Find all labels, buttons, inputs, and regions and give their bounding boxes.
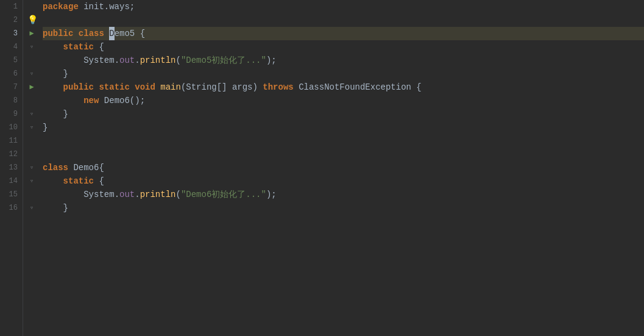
code-line-10: }: [43, 121, 644, 134]
line-num-2: 2: [5, 13, 18, 27]
indent-5: [43, 54, 83, 67]
indent-14: [43, 174, 63, 188]
code-line-12: [43, 148, 644, 161]
code-line-8: new Demo6();: [43, 94, 644, 107]
gutter-15: [23, 188, 40, 201]
space-3b: [104, 27, 109, 40]
line-num-16: 16: [5, 201, 18, 215]
gutter-3[interactable]: ▶: [23, 27, 40, 40]
indent-9: [43, 107, 63, 121]
indent-4: [43, 40, 63, 54]
code-text-4: {: [94, 40, 104, 54]
keyword-static-7: static: [99, 80, 129, 94]
paren-5a: (: [175, 54, 180, 67]
line-num-1: 1: [5, 0, 18, 13]
paren-15b: );: [266, 188, 277, 201]
keyword-public-7: public: [63, 80, 94, 94]
fold-icon-4[interactable]: ▿: [30, 40, 34, 54]
keyword-void-7: void: [135, 80, 155, 94]
fold-icon-16[interactable]: ▿: [30, 201, 34, 215]
gutter-5: [23, 54, 40, 67]
system-15: System.: [83, 188, 119, 201]
code-content[interactable]: package init.ways; public class D emo5 {…: [40, 0, 644, 336]
fold-icon-6[interactable]: ▿: [30, 67, 34, 80]
keyword-static-4: static: [63, 40, 94, 54]
classname-13: Demo6{: [68, 161, 104, 174]
code-line-9: }: [43, 107, 644, 121]
code-line-6: }: [43, 67, 644, 80]
fold-icon-13[interactable]: ▿: [30, 161, 34, 174]
fold-icon-9[interactable]: ▿: [30, 107, 34, 121]
line-numbers: 1 2 3 4 5 6 7 8 9 10 11 12 13 14 15 16: [0, 0, 23, 336]
line-num-3: 3: [5, 27, 18, 40]
space-3a: [73, 27, 78, 40]
gutter-7[interactable]: ▶: [23, 80, 40, 94]
gutter-12: [23, 148, 40, 161]
line-num-15: 15: [5, 188, 18, 201]
line-num-7: 7: [5, 80, 18, 94]
fold-icon-14[interactable]: ▿: [30, 174, 34, 188]
code-area: 1 2 3 4 5 6 7 8 9 10 11 12 13 14 15 16 💡…: [0, 0, 644, 336]
keyword-class-3: class: [79, 27, 104, 40]
code-line-4: static {: [43, 40, 644, 54]
keyword-throws: throws: [263, 80, 293, 94]
line-num-12: 12: [5, 148, 18, 161]
indent-6: [43, 67, 63, 80]
method-main: main: [160, 80, 181, 94]
string-5: "Demo5初始化了...": [181, 54, 266, 67]
gutter-11: [23, 134, 40, 148]
keyword-package: package: [43, 0, 79, 13]
out-5: out: [119, 54, 135, 67]
gutter-14: ▿: [23, 174, 40, 188]
gutter-1: [23, 0, 40, 13]
line-num-9: 9: [5, 107, 18, 121]
code-line-16: }: [43, 201, 644, 215]
keyword-public-3: public: [43, 27, 73, 40]
params-7: (String[] args): [181, 80, 263, 94]
indent-7: [43, 80, 63, 94]
code-line-3: public class D emo5 {: [43, 27, 644, 40]
code-line-1: package init.ways;: [43, 0, 644, 13]
code-line-13: class Demo6{: [43, 161, 644, 174]
gutter-4: ▿: [23, 40, 40, 54]
out-15: out: [119, 188, 135, 201]
keyword-class-13: class: [43, 161, 68, 174]
gutter-6: ▿: [23, 67, 40, 80]
dot-5: .: [135, 54, 140, 67]
line-num-6: 6: [5, 67, 18, 80]
gutter-13: ▿: [23, 161, 40, 174]
indent-16: [43, 201, 63, 215]
code-text-14: {: [94, 174, 104, 188]
gutter-10: ▿: [23, 121, 40, 134]
line-num-10: 10: [5, 121, 18, 134]
system-5: System.: [83, 54, 119, 67]
code-text-1: init.ways;: [79, 0, 135, 13]
paren-15a: (: [175, 188, 180, 201]
classname-3: emo5 {: [115, 27, 145, 40]
code-line-2: [43, 13, 644, 27]
fold-icon-10[interactable]: ▿: [30, 121, 34, 134]
space-7b: [130, 80, 135, 94]
code-editor: 1 2 3 4 5 6 7 8 9 10 11 12 13 14 15 16 💡…: [0, 0, 644, 336]
run-arrow-icon[interactable]: ▶: [29, 27, 34, 40]
gutter-9: ▿: [23, 107, 40, 121]
brace-10: }: [43, 121, 48, 134]
gutter-16: ▿: [23, 201, 40, 215]
line-num-13: 13: [5, 161, 18, 174]
gutter-8: [23, 94, 40, 107]
code-line-15: System. out . println ( "Demo6初始化了..." )…: [43, 188, 644, 201]
indent-15: [43, 188, 83, 201]
demo6-8: Demo6();: [99, 94, 145, 107]
code-line-7: public static void main (String[] args) …: [43, 80, 644, 94]
code-line-5: System. out . println ( "Demo5初始化了..." )…: [43, 54, 644, 67]
line-num-11: 11: [5, 134, 18, 148]
run-arrow-icon-7[interactable]: ▶: [29, 80, 34, 94]
lightbulb-icon[interactable]: 💡: [27, 13, 38, 27]
paren-5b: );: [266, 54, 277, 67]
gutter-2: 💡: [23, 13, 40, 27]
println-5: println: [140, 54, 176, 67]
println-15: println: [140, 188, 176, 201]
indent-8: [43, 94, 83, 107]
space-7c: [155, 80, 160, 94]
keyword-new-8: new: [83, 94, 99, 107]
